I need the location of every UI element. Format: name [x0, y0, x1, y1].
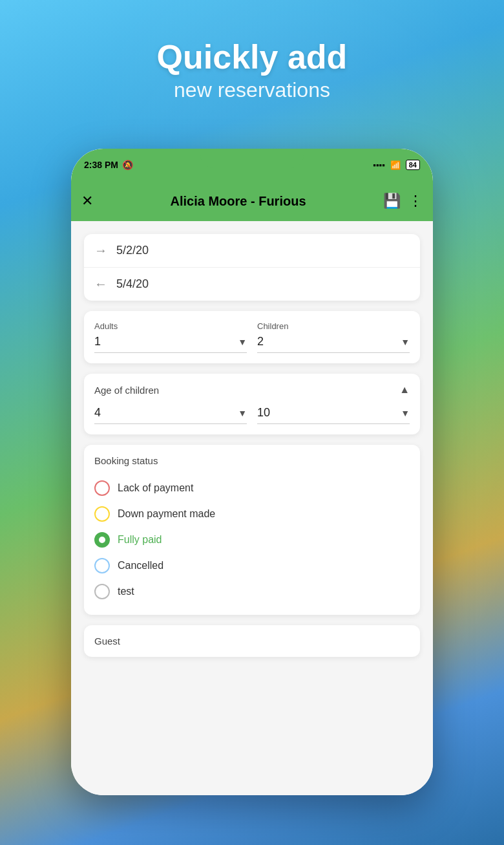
radio-lack-payment-label: Lack of payment: [118, 482, 193, 494]
radio-test[interactable]: test: [94, 579, 410, 604]
hero-subtitle: new reservations: [0, 78, 504, 102]
wifi-icon: 📶: [390, 160, 401, 170]
age-chevron-icon: ▲: [399, 384, 410, 396]
booking-card: Booking status Lack of payment Down paym…: [84, 445, 420, 615]
children-value: 2: [257, 335, 264, 348]
age-title: Age of children: [94, 385, 159, 396]
children-select[interactable]: 2 ▼: [257, 335, 410, 353]
guest-title: Guest: [94, 636, 410, 647]
checkout-value: 5/4/20: [116, 277, 149, 291]
status-time: 2:38 PM 🔕: [84, 160, 133, 170]
dates-card: → 5/2/20 ← 5/4/20: [84, 234, 420, 301]
child1-group: 4 ▼: [94, 406, 247, 424]
children-label: Children: [257, 321, 410, 331]
guest-card: Guest: [84, 625, 420, 657]
checkin-icon: →: [94, 243, 107, 258]
child1-select[interactable]: 4 ▼: [94, 406, 247, 424]
children-chevron-icon: ▼: [401, 337, 410, 347]
app-bar: ✕ Alicia Moore - Furious 💾 ⋮: [71, 181, 433, 221]
child2-chevron-icon: ▼: [401, 408, 410, 418]
battery-icon: 84: [406, 160, 420, 170]
radio-cancelled-circle: [94, 558, 110, 573]
hero-section: Quickly add new reservations: [0, 39, 504, 102]
child2-group: 10 ▼: [257, 406, 410, 424]
radio-down-payment-circle: [94, 506, 110, 522]
radio-test-label: test: [118, 586, 134, 597]
child1-chevron-icon: ▼: [238, 408, 247, 418]
radio-cancelled-label: Cancelled: [118, 560, 163, 572]
more-button[interactable]: ⋮: [408, 193, 423, 209]
radio-down-payment[interactable]: Down payment made: [94, 501, 410, 527]
adults-value: 1: [94, 335, 101, 348]
booking-title: Booking status: [94, 455, 410, 466]
adults-group: Adults 1 ▼: [94, 321, 247, 353]
signal-icon: ▪▪▪▪: [373, 160, 384, 170]
radio-lack-payment[interactable]: Lack of payment: [94, 475, 410, 501]
radio-cancelled[interactable]: Cancelled: [94, 553, 410, 579]
radio-fully-paid-label: Fully paid: [118, 534, 162, 546]
radio-lack-payment-circle: [94, 480, 110, 496]
age-header[interactable]: Age of children ▲: [94, 384, 410, 396]
checkout-field[interactable]: ← 5/4/20: [84, 268, 420, 301]
phone-notch: [200, 149, 304, 168]
status-right: ▪▪▪▪ 📶 84: [373, 160, 420, 170]
phone-shell: 2:38 PM 🔕 ▪▪▪▪ 📶 84 ✕ Alicia Moore - Fur…: [71, 149, 433, 795]
radio-fully-paid[interactable]: Fully paid: [94, 527, 410, 553]
radio-test-circle: [94, 584, 110, 599]
hero-title: Quickly add: [0, 39, 504, 76]
child2-value: 10: [257, 406, 270, 420]
app-bar-title: Alicia Moore - Furious: [101, 194, 375, 209]
checkin-value: 5/2/20: [116, 244, 149, 257]
children-group: Children 2 ▼: [257, 321, 410, 353]
age-section: Age of children ▲ 4 ▼ 10 ▼: [84, 374, 420, 434]
adults-chevron-icon: ▼: [238, 337, 247, 347]
radio-fully-paid-circle: [94, 532, 110, 548]
child1-value: 4: [94, 406, 101, 420]
adults-select[interactable]: 1 ▼: [94, 335, 247, 353]
checkin-field[interactable]: → 5/2/20: [84, 234, 420, 268]
guests-card: Adults 1 ▼ Children 2 ▼: [84, 311, 420, 363]
child2-select[interactable]: 10 ▼: [257, 406, 410, 424]
content-area: → 5/2/20 ← 5/4/20 Adults 1 ▼ Children: [71, 221, 433, 795]
adults-label: Adults: [94, 321, 247, 331]
mute-icon: 🔕: [122, 160, 133, 170]
time-display: 2:38 PM: [84, 160, 118, 170]
radio-down-payment-label: Down payment made: [118, 508, 215, 520]
save-button[interactable]: 💾: [383, 193, 401, 209]
checkout-icon: ←: [94, 277, 107, 292]
close-button[interactable]: ✕: [81, 193, 93, 209]
